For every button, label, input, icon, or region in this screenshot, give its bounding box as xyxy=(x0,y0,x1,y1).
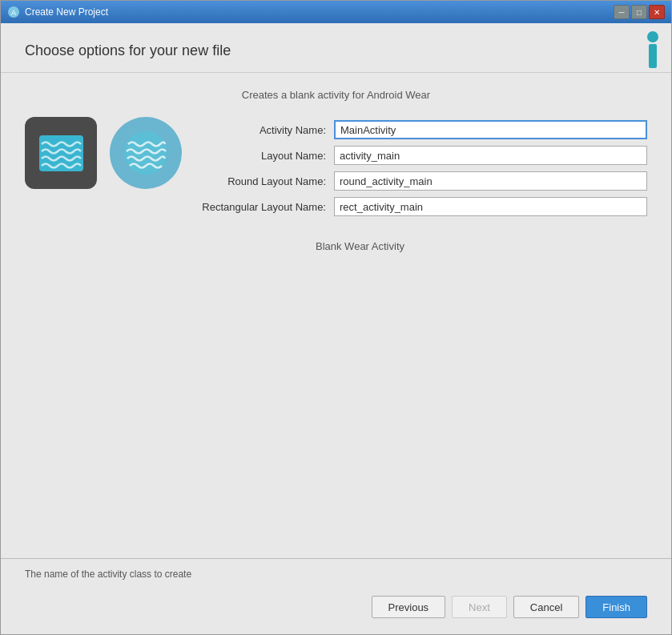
svg-rect-3 xyxy=(39,135,83,171)
deco-circle xyxy=(647,31,658,42)
title-controls: ─ □ ✕ xyxy=(614,5,665,19)
close-icon: ✕ xyxy=(654,8,660,17)
window-title: Create New Project xyxy=(25,6,108,18)
title-bar: A Create New Project ─ □ ✕ xyxy=(1,1,671,23)
layout-name-input[interactable] xyxy=(334,146,647,165)
rect-layout-input[interactable] xyxy=(334,197,647,216)
page-title: Choose options for your new file xyxy=(25,42,647,59)
layout-name-label: Layout Name: xyxy=(198,150,326,162)
cancel-button[interactable]: Cancel xyxy=(513,596,579,618)
activity-name-label: Activity Name: xyxy=(198,124,326,136)
main-window: A Create New Project ─ □ ✕ Choose option… xyxy=(0,0,672,635)
round-layout-label: Round Layout Name: xyxy=(198,175,326,187)
activity-name-input[interactable] xyxy=(334,120,647,139)
round-layout-input[interactable] xyxy=(334,171,647,191)
next-button: Next xyxy=(452,596,507,618)
maximize-icon: □ xyxy=(637,8,642,17)
minimize-button[interactable]: ─ xyxy=(614,5,630,19)
rect-layout-label: Rectangular Layout Name: xyxy=(198,201,326,213)
close-button[interactable]: ✕ xyxy=(649,5,665,19)
circle-preview xyxy=(110,117,182,189)
app-icon: A xyxy=(7,6,20,18)
minimize-icon: ─ xyxy=(618,8,624,17)
square-preview xyxy=(25,117,97,189)
blank-wear-label: Blank Wear Activity xyxy=(73,240,647,252)
main-body: Creates a blank activity for Android Wea… xyxy=(1,73,671,558)
svg-point-4 xyxy=(124,131,167,175)
description-text: Creates a blank activity for Android Wea… xyxy=(25,89,647,101)
round-layout-row: Round Layout Name: xyxy=(198,171,647,191)
layout-name-row: Layout Name: xyxy=(198,146,647,165)
circle-wave-icon xyxy=(120,131,172,175)
content-area: Choose options for your new file Creates… xyxy=(1,23,671,634)
rect-layout-row: Rectangular Layout Name: xyxy=(198,197,647,216)
previous-button[interactable]: Previous xyxy=(372,596,446,618)
side-decoration xyxy=(647,31,658,68)
form-fields: Activity Name: Layout Name: Round Layout… xyxy=(198,117,647,216)
square-wave-icon xyxy=(35,131,87,175)
form-row: Activity Name: Layout Name: Round Layout… xyxy=(25,117,647,216)
footer-section: The name of the activity class to create… xyxy=(1,559,671,634)
svg-text:A: A xyxy=(11,9,16,17)
deco-rect xyxy=(649,44,657,68)
header-section: Choose options for your new file xyxy=(1,23,671,73)
finish-button[interactable]: Finish xyxy=(585,596,647,618)
title-bar-left: A Create New Project xyxy=(7,6,108,18)
button-row: Previous Next Cancel Finish xyxy=(25,589,647,625)
activity-name-row: Activity Name: xyxy=(198,120,647,139)
previews xyxy=(25,117,182,189)
footer-hint: The name of the activity class to create xyxy=(25,569,647,580)
maximize-button[interactable]: □ xyxy=(631,5,647,19)
